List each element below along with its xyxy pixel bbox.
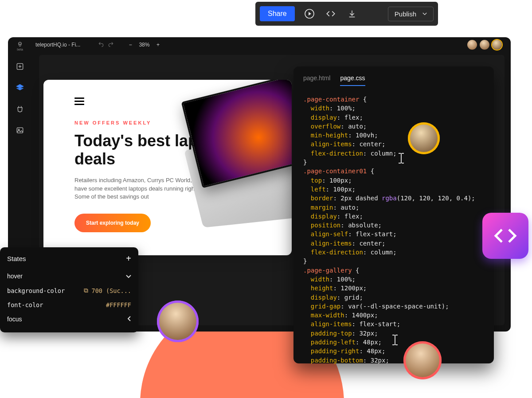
top-toolbar: Share Publish — [255, 2, 438, 26]
zoom-in-button[interactable]: + — [155, 42, 161, 48]
svg-rect-8 — [17, 128, 23, 133]
css-icon[interactable] — [15, 104, 25, 114]
image-icon[interactable] — [15, 125, 25, 136]
text-cursor-icon — [391, 334, 399, 346]
collaborator-avatar-yellow[interactable] — [408, 122, 440, 154]
left-rail — [8, 55, 32, 136]
code-icon[interactable] — [324, 7, 337, 20]
share-button[interactable]: Share — [260, 6, 295, 21]
state-label: hover — [7, 273, 23, 280]
cta-button[interactable]: Start exploring today — [74, 214, 151, 232]
document-title[interactable]: teleportHQ.io - Fi... — [35, 42, 80, 48]
redo-icon[interactable] — [108, 41, 114, 49]
prop-value: 700 (Suc... — [92, 287, 131, 294]
chevron-down-icon — [422, 12, 427, 16]
code-body[interactable]: .page-container { width: 100%; display: … — [303, 95, 484, 365]
code-tabs: page.html page.css — [303, 74, 484, 86]
collaborator-avatars — [467, 40, 502, 50]
editor-topbar: beta teleportHQ.io - Fi... − 38% + — [8, 37, 511, 52]
state-row-focus[interactable]: focus — [7, 312, 131, 326]
states-title: States — [7, 255, 26, 262]
download-icon[interactable] — [345, 7, 359, 20]
zoom-controls: − 38% + — [127, 42, 161, 48]
prop-value: #FFFFFF — [106, 301, 131, 308]
app-logo[interactable]: beta — [11, 39, 29, 51]
svg-marker-7 — [17, 85, 23, 88]
collaborator-avatar-purple[interactable] — [157, 300, 199, 342]
prop-name: background-color — [7, 287, 65, 294]
text-cursor-icon — [397, 152, 405, 164]
avatar[interactable] — [480, 40, 489, 50]
tab-page-html[interactable]: page.html — [303, 74, 330, 86]
chevron-down-icon — [126, 273, 131, 280]
chevron-left-icon — [128, 316, 131, 323]
state-row-hover[interactable]: hover — [7, 269, 131, 283]
states-panel: States + hover background-color ⧉ 700 (S… — [0, 247, 138, 332]
zoom-out-button[interactable]: − — [127, 42, 133, 48]
undo-icon[interactable] — [98, 41, 104, 49]
code-badge-icon — [482, 213, 528, 259]
add-icon[interactable] — [15, 61, 25, 72]
tab-page-css[interactable]: page.css — [340, 74, 365, 86]
play-icon[interactable] — [303, 7, 316, 20]
collaborator-avatar-red[interactable] — [403, 341, 442, 379]
avatar[interactable] — [467, 40, 477, 50]
state-label: focus — [7, 316, 22, 323]
code-panel: page.html page.css .page-container { wid… — [293, 66, 494, 363]
prop-name: font-color — [7, 301, 43, 308]
add-state-button[interactable]: + — [126, 254, 131, 264]
state-prop-row[interactable]: font-color #FFFFFF — [7, 298, 131, 312]
link-icon: ⧉ — [84, 287, 88, 294]
publish-button[interactable]: Publish — [388, 7, 434, 21]
svg-marker-1 — [309, 12, 311, 16]
beta-label: beta — [17, 48, 23, 51]
publish-label: Publish — [395, 10, 416, 18]
state-prop-row[interactable]: background-color ⧉ 700 (Suc... — [7, 283, 131, 298]
zoom-value: 38% — [139, 42, 149, 48]
layers-icon[interactable] — [15, 82, 25, 93]
landing-page-preview[interactable]: NEW OFFERS WEEKLY Today's best laptop de… — [43, 80, 292, 255]
avatar[interactable] — [492, 40, 502, 50]
laptop-illustration — [166, 80, 292, 234]
